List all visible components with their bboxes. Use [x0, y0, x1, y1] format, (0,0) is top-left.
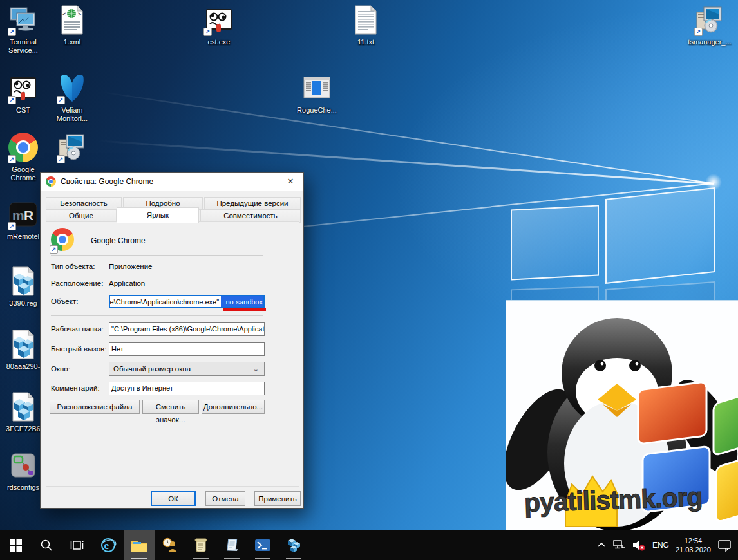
start-button[interactable] — [0, 530, 31, 560]
desktop-wallpaper: ↗ Terminal Service... <> 1.xml ↗ cst.exe… — [0, 0, 738, 560]
wallpaper-light-beam — [0, 75, 714, 184]
wallpaper-glow — [705, 174, 722, 191]
tray-chevron-up-icon[interactable] — [597, 541, 606, 549]
task-view-icon — [70, 539, 84, 552]
desktop-icon-cst-exe[interactable]: ↗ cst.exe — [196, 4, 242, 46]
cancel-button[interactable]: Отмена — [205, 491, 245, 506]
installer-icon: ↗ — [686, 4, 733, 36]
shortcut-arrow-icon: ↗ — [57, 155, 65, 163]
apply-button[interactable]: Применить — [254, 491, 301, 506]
field-label-target: Объект: — [51, 297, 78, 305]
chrome-icon — [46, 176, 56, 187]
red-underline-annotation — [223, 308, 266, 311]
search-button[interactable] — [31, 530, 62, 560]
file-explorer-button[interactable] — [124, 530, 155, 560]
desktop-icon-label: 11.txt — [343, 38, 389, 46]
desktop-icon-11txt[interactable]: 11.txt — [343, 4, 389, 46]
desktop-icon-label: tsmanager_... — [686, 38, 733, 46]
file-location-button[interactable]: Расположение файла — [50, 400, 140, 414]
ok-button[interactable]: ОК — [151, 491, 196, 506]
tab-previous-versions[interactable]: Предыдущие версии — [204, 197, 301, 210]
shortcut-arrow-icon: ↗ — [8, 155, 16, 163]
script-editor-button[interactable] — [185, 530, 216, 560]
desktop-icon-label: 1.xml — [49, 38, 95, 46]
desktop-icon-label: Terminal Service... — [0, 38, 46, 55]
scroll-icon — [194, 537, 208, 553]
advanced-button[interactable]: Дополнительно... — [202, 400, 265, 414]
wallpaper-pane-top-right — [605, 187, 715, 284]
desktop-icon-1xml[interactable]: <> 1.xml — [49, 4, 95, 46]
svg-text:>: > — [78, 11, 81, 17]
shortcut-arrow-icon: ↗ — [57, 96, 65, 104]
desktop-icon-cst[interactable]: ↗ CST — [0, 72, 46, 115]
divider — [51, 255, 263, 256]
shortcut-arrow-icon: ↗ — [694, 28, 703, 36]
divider — [51, 315, 263, 316]
task-view-button[interactable] — [62, 530, 93, 560]
clock-user-icon — [162, 537, 178, 553]
clock[interactable]: 12:54 21.03.2020 — [676, 536, 711, 554]
notepad-button[interactable] — [216, 530, 247, 560]
shortcut-arrow-icon: ↗ — [50, 245, 58, 254]
target-text: ile\Chrome\Application\chrome.exe" — [109, 296, 221, 307]
open-app-underline — [286, 558, 301, 559]
close-icon[interactable]: ✕ — [280, 174, 301, 189]
wallpaper-pane-top-left — [511, 205, 599, 280]
desktop-icon-label: RogueChe... — [294, 106, 340, 115]
field-label-window: Окно: — [51, 365, 70, 373]
shortcut-arrow-icon: ↗ — [8, 222, 16, 230]
volume-muted-icon[interactable] — [632, 539, 646, 551]
workdir-input[interactable]: "C:\Program Files (x86)\Google\Chrome\Ap… — [109, 322, 265, 336]
internet-explorer-button[interactable]: e — [93, 530, 124, 560]
comment-input[interactable]: Доступ в Интернет — [109, 382, 265, 395]
installer-icon: ↗ — [49, 131, 95, 163]
tab-general[interactable]: Общие — [46, 209, 117, 223]
desktop-icon-terminal-services[interactable]: ↗ Terminal Service... — [0, 4, 46, 55]
windows-logo-icon — [10, 539, 22, 552]
notepad-icon — [224, 537, 240, 553]
desktop-icon-installer[interactable]: ↗ — [49, 131, 95, 163]
powershell-icon — [254, 538, 271, 552]
shortcut-arrow-icon: ↗ — [8, 28, 16, 36]
field-value-type: Приложение — [109, 263, 152, 270]
desktop-icon-roguechecker[interactable]: RogueChe... — [294, 72, 340, 115]
language-indicator[interactable]: ENG — [652, 541, 669, 550]
window-mode-select[interactable]: Обычный размер окна ⌄ — [109, 362, 265, 376]
shortcut-key-input[interactable]: Нет — [109, 342, 265, 356]
desktop-icon-label: cst.exe — [196, 38, 242, 46]
desktop-icon-label: Veliam Monitori... — [49, 106, 95, 123]
xml-file-icon: <> — [49, 4, 95, 36]
shortcut-arrow-icon: ↗ — [8, 96, 16, 104]
ts-licensing-button[interactable] — [155, 530, 185, 560]
desktop-icon-label: CST — [0, 106, 46, 115]
field-value-location: Application — [109, 279, 145, 287]
target-input[interactable]: ile\Chrome\Application\chrome.exe" --no-… — [109, 295, 265, 308]
desktop-icon-tsmanager[interactable]: ↗ tsmanager_... — [686, 4, 733, 46]
taskbar: e — [0, 530, 738, 560]
field-label-workdir: Рабочая папка: — [51, 325, 104, 333]
watermark-site-text: pyatilistmk.org — [524, 482, 703, 518]
tab-security[interactable]: Безопасность — [46, 197, 122, 210]
registry-editor-button[interactable] — [278, 530, 309, 560]
change-icon-button[interactable]: Сменить значок... — [142, 400, 199, 414]
action-center-icon[interactable] — [717, 539, 732, 552]
tab-shortcut[interactable]: Ярлык — [117, 207, 199, 223]
field-label-shortcut-key: Быстрый вызов: — [51, 345, 106, 353]
internet-explorer-icon: e — [100, 537, 117, 554]
target-selected-text: --no-sandbox — [221, 296, 263, 307]
system-tray: ENG 12:54 21.03.2020 — [597, 530, 738, 560]
chevron-down-icon: ⌄ — [253, 362, 259, 375]
text-file-icon — [343, 4, 389, 36]
powershell-button[interactable] — [247, 530, 278, 560]
tab-compatibility[interactable]: Совместимость — [200, 209, 301, 223]
field-label-type: Тип объекта: — [51, 263, 95, 270]
folder-icon — [131, 538, 147, 552]
desktop-icon-veliam[interactable]: ↗ Veliam Monitori... — [49, 72, 95, 123]
registry-cubes-icon — [286, 537, 301, 553]
veliam-logo-icon: ↗ — [49, 72, 95, 104]
open-app-underline — [255, 558, 270, 559]
dialog-titlebar[interactable]: Свойства: Google Chrome — [41, 173, 303, 191]
network-icon[interactable] — [612, 539, 625, 551]
open-app-underline — [131, 558, 147, 559]
open-app-underline — [224, 558, 240, 559]
